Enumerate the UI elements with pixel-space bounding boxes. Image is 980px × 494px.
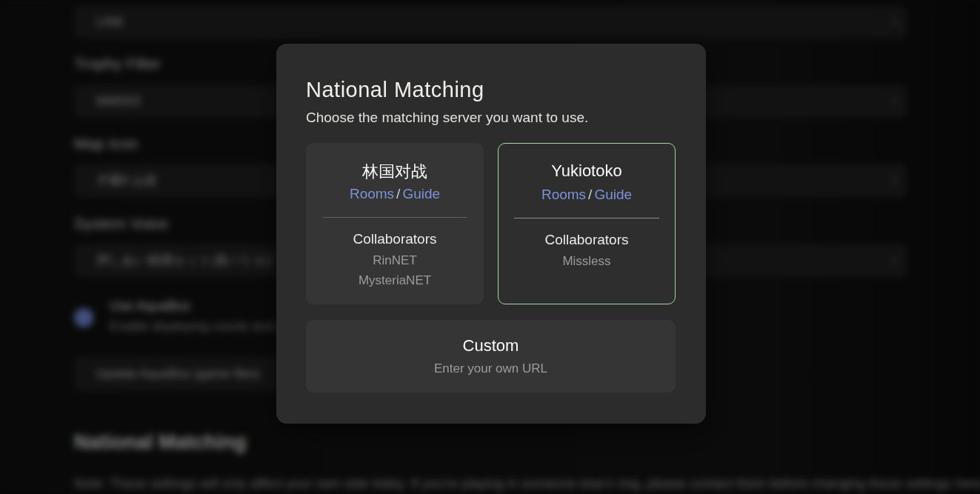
server-option-yukiotoko-selected[interactable]: Yukiotoko Rooms/Guide Collaborators Miss…: [498, 143, 676, 304]
rooms-link[interactable]: Rooms: [541, 187, 586, 202]
server-links: Rooms/Guide: [306, 186, 484, 202]
collaborators-label: Collaborators: [499, 232, 675, 248]
server-name: 林国对战: [306, 161, 484, 183]
rooms-link[interactable]: Rooms: [350, 186, 394, 201]
collaborator-name: Missless: [499, 254, 675, 269]
server-name: Yukiotoko: [499, 161, 675, 181]
collaborator-name: MysteriaNET: [306, 273, 484, 288]
server-option-custom[interactable]: Custom Enter your own URL: [306, 320, 676, 393]
server-option-linguo[interactable]: 林国对战 Rooms/Guide Collaborators RinNET My…: [306, 143, 484, 304]
dialog-title: National Matching: [306, 78, 484, 102]
dialog-subtitle: Choose the matching server you want to u…: [306, 110, 588, 126]
national-matching-dialog: National Matching Choose the matching se…: [276, 44, 706, 424]
collaborator-name: RinNET: [306, 253, 484, 268]
guide-link[interactable]: Guide: [402, 186, 440, 201]
collaborators-label: Collaborators: [306, 231, 484, 247]
divider: [514, 218, 659, 218]
custom-subtitle: Enter your own URL: [306, 361, 676, 376]
link-separator: /: [394, 186, 402, 201]
link-separator: /: [586, 187, 594, 202]
divider: [322, 217, 468, 218]
custom-title: Custom: [306, 336, 676, 356]
app-root: LINE › Trophy Filter MMD03 › Map Icon 才藏…: [0, 0, 980, 494]
server-links: Rooms/Guide: [499, 187, 675, 203]
guide-link[interactable]: Guide: [594, 187, 632, 202]
